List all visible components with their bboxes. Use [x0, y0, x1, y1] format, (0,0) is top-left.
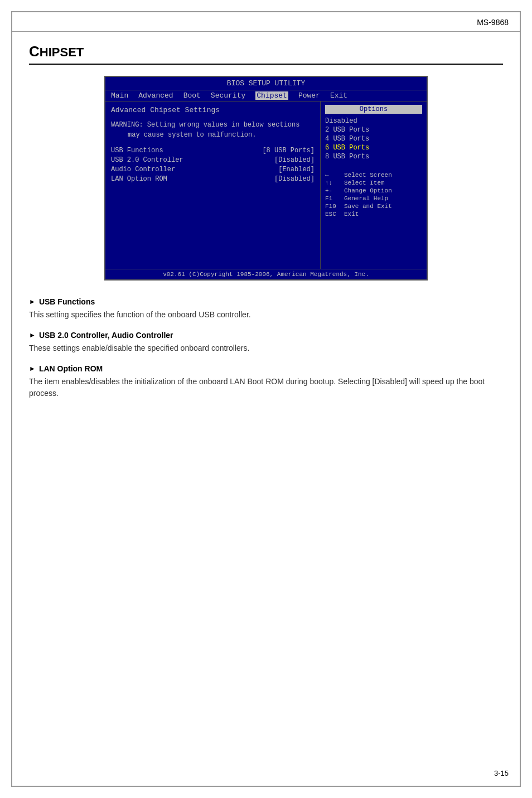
- help-heading-2: ► LAN Option ROM: [29, 364, 503, 373]
- bios-key-action-item: Select Item: [344, 180, 385, 186]
- bios-key-action-help: General Help: [344, 195, 388, 202]
- bios-screen: BIOS SETUP UTILITY Main Advanced Boot Se…: [104, 76, 428, 280]
- bios-warning: WARNING: Setting wrong values in below s…: [111, 120, 315, 140]
- bios-menu-chipset[interactable]: Chipset: [255, 91, 288, 100]
- title-suffix: HIPSET: [40, 45, 84, 59]
- bios-keybind-row-1: ↑↓ Select Item: [325, 180, 422, 186]
- bios-option-disabled: Disabled: [325, 117, 422, 125]
- bios-option-2usb: 2 USB Ports: [325, 126, 422, 134]
- model-number: MS-9868: [477, 18, 509, 27]
- bios-setting-row-1: USB 2.0 Controller [Disabled]: [111, 156, 315, 164]
- bios-main-panel: Advanced Chipset Settings WARNING: Setti…: [105, 101, 321, 269]
- bios-menu-boot[interactable]: Boot: [183, 91, 201, 100]
- bios-key-updown: ↑↓: [325, 180, 341, 186]
- bios-setting-row-2: Audio Controller [Enabled]: [111, 166, 315, 173]
- bios-menu-advanced[interactable]: Advanced: [138, 91, 173, 100]
- bios-keybinds: ← Select Screen ↑↓ Select Item +- Change…: [325, 172, 422, 217]
- bios-key-plusminus: +-: [325, 187, 341, 194]
- bios-setting-row-3: LAN Option ROM [Disabled]: [111, 175, 315, 183]
- help-heading-1: ► USB 2.0 Controller, Audio Controller: [29, 331, 503, 340]
- bios-footer: v02.61 (C)Copyright 1985-2006, American …: [105, 269, 427, 279]
- arrow-icon-0: ►: [29, 298, 36, 306]
- bios-warning-line1: WARNING: Setting wrong values in below s…: [111, 121, 299, 129]
- bios-title-bar: BIOS SETUP UTILITY: [105, 77, 427, 90]
- title-prefix: C: [29, 43, 40, 60]
- bios-menu-main[interactable]: Main: [111, 91, 128, 100]
- help-text-2: The item enables/disables the initializa…: [29, 376, 503, 399]
- help-heading-text-2: LAN Option ROM: [39, 364, 103, 373]
- page-title: CHIPSET: [29, 43, 503, 65]
- page-border: MS-9868 CHIPSET BIOS SETUP UTILITY Main …: [11, 11, 521, 787]
- bios-menu-power[interactable]: Power: [298, 91, 320, 100]
- bios-options-title: Options: [325, 105, 422, 114]
- help-section-0: ► USB Functions This setting specifies t…: [29, 297, 503, 321]
- help-heading-text-0: USB Functions: [39, 297, 95, 306]
- bios-option-8usb: 8 USB Ports: [325, 153, 422, 161]
- bios-setting-value-2: [Enabled]: [278, 166, 315, 173]
- content-area: CHIPSET BIOS SETUP UTILITY Main Advanced…: [12, 32, 520, 420]
- help-section-2: ► LAN Option ROM The item enables/disabl…: [29, 364, 503, 399]
- bios-option-4usb: 4 USB Ports: [325, 135, 422, 143]
- help-heading-0: ► USB Functions: [29, 297, 503, 306]
- bios-key-action-option: Change Option: [344, 187, 392, 194]
- bios-menu-exit[interactable]: Exit: [330, 91, 347, 100]
- bios-menu-bar: Main Advanced Boot Security Chipset Powe…: [105, 90, 427, 101]
- bios-keybind-row-0: ← Select Screen: [325, 172, 422, 178]
- help-heading-text-1: USB 2.0 Controller, Audio Controller: [39, 331, 173, 340]
- bios-keybind-row-4: F10 Save and Exit: [325, 203, 422, 210]
- help-text-1: These settings enable/disable the specif…: [29, 342, 503, 354]
- bios-option-6usb: 6 USB Ports: [325, 144, 422, 152]
- bios-key-action-exit: Exit: [344, 211, 359, 217]
- bios-menu-security[interactable]: Security: [211, 91, 245, 100]
- help-section-1: ► USB 2.0 Controller, Audio Controller T…: [29, 331, 503, 354]
- bios-side-panel: Options Disabled 2 USB Ports 4 USB Ports…: [321, 101, 427, 269]
- bios-setting-row-0: USB Functions [8 USB Ports]: [111, 147, 315, 154]
- page-number: 3-15: [494, 769, 509, 777]
- bios-keybind-row-2: +- Change Option: [325, 187, 422, 194]
- bios-body: Advanced Chipset Settings WARNING: Setti…: [105, 101, 427, 269]
- top-bar: MS-9868: [12, 12, 520, 32]
- bios-setting-label-1: USB 2.0 Controller: [111, 156, 183, 164]
- bios-setting-value-3: [Disabled]: [274, 175, 315, 183]
- bios-setting-label-0: USB Functions: [111, 147, 163, 154]
- bios-setting-value-0: [8 USB Ports]: [262, 147, 315, 154]
- bios-key-f10: F10: [325, 203, 341, 210]
- bios-key-arrows: ←: [325, 172, 341, 178]
- bios-warning-line2: may cause system to malfunction.: [111, 131, 256, 139]
- bios-keybind-row-5: ESC Exit: [325, 211, 422, 217]
- bios-setting-label-2: Audio Controller: [111, 166, 175, 173]
- bios-key-esc: ESC: [325, 211, 341, 217]
- bios-section-title: Advanced Chipset Settings: [111, 106, 315, 114]
- bios-key-action-save: Save and Exit: [344, 203, 392, 210]
- arrow-icon-2: ►: [29, 365, 36, 373]
- arrow-icon-1: ►: [29, 331, 36, 339]
- help-text-0: This setting specifies the function of t…: [29, 309, 503, 321]
- bios-keybind-row-3: F1 General Help: [325, 195, 422, 202]
- bios-key-f1: F1: [325, 195, 341, 202]
- bios-setting-label-3: LAN Option ROM: [111, 175, 167, 183]
- bios-key-action-screen: Select Screen: [344, 172, 392, 178]
- bios-setting-value-1: [Disabled]: [274, 156, 315, 164]
